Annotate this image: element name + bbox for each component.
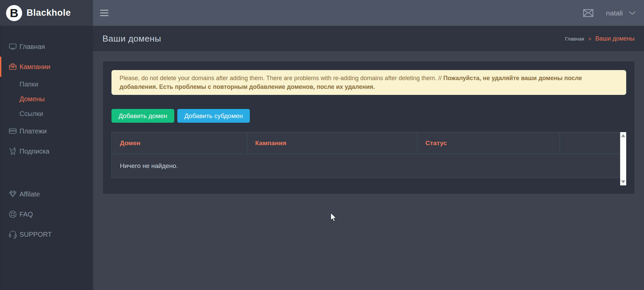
breadcrumb-current: Ваши домены: [595, 35, 635, 42]
monitor-icon: [8, 42, 17, 51]
sidebar-subitem-label: Ссылки: [19, 110, 43, 118]
alert-text-en: Please, do not delete your domains after…: [120, 75, 443, 81]
mail-icon[interactable]: [583, 9, 593, 17]
top-navbar: B Blackhole natali: [0, 0, 644, 26]
sidebar-item-label: Кампании: [19, 63, 50, 71]
sidebar-subitem-links[interactable]: Ссылки: [0, 106, 93, 121]
domains-panel: Please, do not delete your domains after…: [103, 61, 635, 194]
breadcrumb-separator-icon: >: [588, 36, 591, 42]
column-header-actions: [560, 132, 620, 154]
sidebar-item-label: SUPPORT: [19, 231, 52, 238]
sidebar-item-label: Главная: [19, 43, 45, 51]
mouse-cursor: [330, 212, 337, 223]
warning-alert: Please, do not delete your domains after…: [111, 70, 626, 95]
table-scrollbar[interactable]: [620, 132, 626, 185]
sidebar-item-affiliate[interactable]: Affilate: [0, 184, 93, 204]
table-header-row: Домен Кампания Статус: [112, 132, 620, 154]
sidebar-item-support[interactable]: SUPPORT: [0, 224, 93, 244]
domains-table: Домен Кампания Статус Ничего не найдено.: [111, 132, 620, 178]
headset-icon: [8, 230, 17, 239]
username: natali: [606, 9, 623, 17]
breadcrumb-home-link[interactable]: Главная: [565, 36, 584, 42]
logo-letter: B: [10, 6, 18, 20]
scrollbar-up-arrow-icon[interactable]: [621, 134, 625, 137]
main-content: Please, do not delete your domains after…: [93, 51, 644, 290]
diamond-icon: [8, 190, 17, 198]
navbar-right: natali: [583, 9, 644, 17]
sidebar-item-faq[interactable]: FAQ: [0, 204, 93, 224]
brand-logo[interactable]: B Blackhole: [0, 0, 93, 26]
sidebar-item-payments[interactable]: Платежи: [0, 121, 93, 141]
domains-table-wrap: Домен Кампания Статус Ничего не найдено.: [111, 132, 626, 185]
briefcase-icon: [8, 62, 17, 71]
sidebar-item-campaigns[interactable]: Кампании: [0, 57, 93, 77]
sidebar-subitem-domains[interactable]: Домены: [0, 92, 93, 106]
sidebar-spacer: [0, 161, 93, 184]
add-domain-button[interactable]: Добавить домен: [111, 109, 174, 123]
lifebuoy-icon: [8, 210, 17, 219]
sidebar-subitem-folders[interactable]: Папки: [0, 77, 93, 92]
table-empty-message: Ничего не найдено.: [112, 154, 620, 178]
page-title: Ваши домены: [102, 34, 161, 44]
actions-row: Добавить домен Добавить субдомен: [111, 109, 626, 123]
add-subdomain-button[interactable]: Добавить субдомен: [177, 109, 250, 123]
sidebar-subitem-label: Домены: [19, 95, 45, 103]
credit-card-icon: [8, 127, 17, 135]
logo-circle-icon: B: [6, 5, 22, 21]
column-header-domain[interactable]: Домен: [112, 132, 247, 154]
page-header: Ваши домены Главная > Ваши домены: [93, 26, 644, 51]
table-empty-row: Ничего не найдено.: [112, 154, 620, 178]
brand-name: Blackhole: [27, 8, 71, 18]
sidebar-item-label: FAQ: [19, 211, 33, 218]
hamburger-icon[interactable]: [99, 8, 110, 17]
sidebar-subitem-label: Папки: [19, 80, 38, 88]
sidebar-item-home[interactable]: Главная: [0, 37, 93, 57]
scrollbar-down-arrow-icon[interactable]: [621, 180, 625, 183]
sidebar-item-label: Подписка: [19, 148, 49, 155]
cart-icon: [8, 147, 17, 156]
user-menu[interactable]: natali: [606, 9, 636, 17]
breadcrumb: Главная > Ваши домены: [565, 35, 635, 42]
sidebar-item-label: Affilate: [19, 190, 40, 198]
sidebar: Главная Кампании Папки Домены Ссылки: [0, 26, 93, 290]
chevron-down-icon: [629, 11, 636, 15]
sidebar-item-label: Платежи: [19, 127, 47, 135]
column-header-status[interactable]: Статус: [417, 132, 560, 154]
sidebar-item-subscription[interactable]: Подписка: [0, 141, 93, 161]
column-header-campaign[interactable]: Кампания: [247, 132, 417, 154]
